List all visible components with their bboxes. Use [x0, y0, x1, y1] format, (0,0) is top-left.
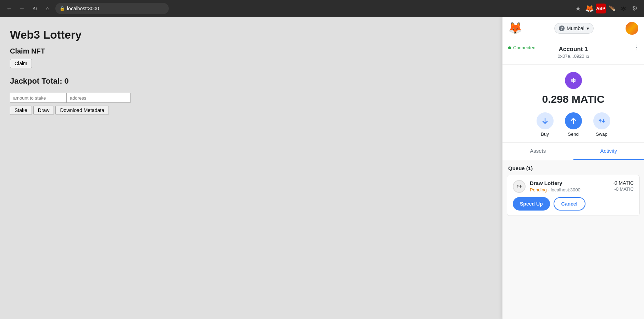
refresh-button[interactable]: ↻ [30, 4, 40, 13]
mm-account-section: Connected Account 1 0x07e...0920 ⧉ ⋮ [503, 40, 644, 65]
queue-header: Queue (1) [503, 160, 644, 175]
transaction-amounts: -0 MATIC -0 MATIC [613, 180, 634, 192]
activity-tab[interactable]: Activity [573, 143, 644, 160]
address-text: localhost:3000 [67, 6, 99, 11]
adblock-ext-icon[interactable]: ABP [596, 4, 606, 13]
buy-action-button[interactable]: Buy [537, 112, 554, 137]
buy-label: Buy [541, 131, 549, 137]
matic-token-icon [565, 72, 582, 89]
bookmark-button[interactable]: ★ [573, 4, 583, 13]
browser-extensions: ★ 🦊 ABP 🪶 ⚛ ⚙ [573, 4, 640, 13]
mm-balance-section: 0.298 MATIC Buy Sen [503, 65, 644, 143]
account-address-row: 0x07e...0920 ⧉ [557, 54, 589, 59]
transaction-name: Draw Lottery [530, 180, 609, 186]
send-circle-icon [565, 112, 582, 129]
mm-tabs: Assets Activity [503, 143, 644, 160]
main-content: Web3 Lottery Claim NFT Claim Jackpot Tot… [0, 17, 644, 319]
network-chevron-icon: ▾ [587, 26, 589, 31]
claim-button[interactable]: Claim [10, 59, 32, 68]
network-name: Mumbai [567, 26, 584, 31]
action-buttons-row: Stake Draw Download Metadata [10, 106, 492, 115]
address-bar[interactable]: 🔒 localhost:3000 [55, 3, 169, 14]
activity-content: Queue (1) Draw Lottery Pending · localho… [503, 160, 644, 319]
connected-dot-icon [508, 46, 511, 49]
connected-indicator: Connected [508, 45, 535, 50]
claim-nft-label: Claim NFT [10, 47, 492, 55]
mm-actions-row: Buy Send Swap [537, 112, 610, 137]
app-title: Web3 Lottery [10, 28, 492, 41]
transaction-pending-status: Pending [530, 187, 547, 192]
back-button[interactable]: ← [4, 4, 14, 13]
account-address-text: 0x07e...0920 [557, 54, 584, 59]
send-label: Send [568, 131, 578, 137]
transaction-status-row: Pending · localhost:3000 [530, 187, 609, 192]
download-metadata-button[interactable]: Download Metadata [55, 106, 109, 115]
network-selector[interactable]: ? Mumbai ▾ [554, 23, 594, 34]
speed-up-button[interactable]: Speed Up [513, 197, 550, 211]
metamask-ext-icon[interactable]: 🦊 [584, 4, 594, 13]
account-more-button[interactable]: ⋮ [633, 44, 640, 51]
settings-ext-icon[interactable]: ⚙ [630, 4, 640, 13]
stake-button[interactable]: Stake [10, 106, 32, 115]
connected-text: Connected [513, 45, 535, 50]
transaction-row: Draw Lottery Pending · localhost:3000 -0… [513, 180, 634, 193]
claim-section: Claim NFT Claim [10, 47, 492, 68]
help-icon: ? [559, 26, 565, 31]
cancel-transaction-button[interactable]: Cancel [554, 197, 585, 211]
transaction-info: Draw Lottery Pending · localhost:3000 [530, 180, 609, 192]
web-app: Web3 Lottery Claim NFT Claim Jackpot Tot… [0, 17, 502, 319]
metamask-panel: 🦊 ? Mumbai ▾ Connected Account 1 0x07e..… [502, 17, 644, 319]
transaction-buttons: Speed Up Cancel [513, 197, 634, 211]
forward-button[interactable]: → [17, 4, 27, 13]
mm-header: 🦊 ? Mumbai ▾ [503, 17, 644, 40]
transaction-amount-sub: -0 MATIC [613, 186, 634, 192]
account-name: Account 1 [559, 46, 588, 53]
transaction-icon [513, 180, 526, 193]
home-button[interactable]: ⌂ [43, 4, 52, 13]
account-avatar[interactable] [626, 22, 638, 35]
send-action-button[interactable]: Send [565, 112, 582, 137]
puzzle-ext-icon[interactable]: 🪶 [607, 4, 617, 13]
balance-display: 0.298 MATIC [542, 93, 604, 105]
mm-logo: 🦊 [508, 21, 522, 35]
transaction-card: Draw Lottery Pending · localhost:3000 -0… [507, 175, 640, 216]
swap-circle-icon [593, 112, 610, 129]
stake-inputs-row [10, 93, 492, 103]
fox-icon: 🦊 [508, 22, 522, 34]
transaction-amount-main: -0 MATIC [613, 180, 634, 186]
browser-chrome: ← → ↻ ⌂ 🔒 localhost:3000 ★ 🦊 ABP 🪶 ⚛ ⚙ [0, 0, 644, 17]
copy-address-icon[interactable]: ⧉ [586, 54, 589, 59]
swap-action-button[interactable]: Swap [593, 112, 610, 137]
lock-icon: 🔒 [60, 6, 65, 11]
react-ext-icon[interactable]: ⚛ [618, 4, 628, 13]
swap-label: Swap [596, 131, 607, 137]
draw-button[interactable]: Draw [33, 106, 54, 115]
transaction-source: · localhost:3000 [548, 187, 581, 192]
jackpot-label: Jackpot Total: 0 [10, 77, 492, 86]
assets-tab[interactable]: Assets [503, 143, 573, 160]
buy-circle-icon [537, 112, 554, 129]
amount-to-stake-input[interactable] [10, 93, 67, 103]
address-input[interactable] [67, 93, 131, 103]
